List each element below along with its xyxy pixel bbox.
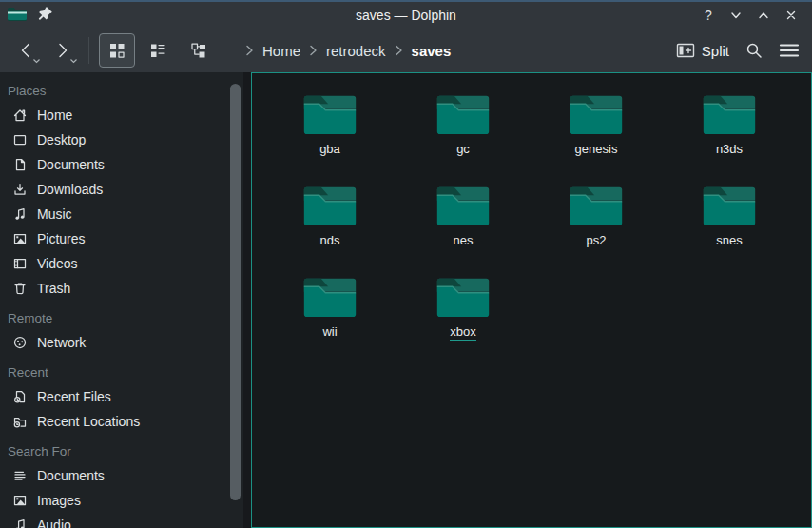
breadcrumb-item-saves[interactable]: saves [410,41,454,61]
folder-view[interactable]: gba gc [251,72,812,528]
search-button[interactable] [744,41,764,60]
sidebar-item-label: Audio [37,518,71,528]
download-icon [12,182,28,197]
folder-label: gc [456,142,470,156]
sidebar-item-label: Images [37,493,81,508]
breadcrumb-chevron-icon[interactable] [309,45,318,56]
desktop-icon [12,132,28,147]
recent-file-icon [12,389,28,404]
sidebar-item-search-images[interactable]: Images [0,488,243,513]
sidebar-item-label: Documents [37,157,105,172]
sidebar-item-label: Desktop [37,132,86,147]
folder-label: xbox [450,324,475,341]
folder-item[interactable]: ps2 [530,178,663,269]
forward-dropdown-caret [69,58,78,64]
sidebar-item-recent-locations[interactable]: Recent Locations [0,409,243,434]
sidebar-item-recent-files[interactable]: Recent Files [0,384,243,409]
section-header-remote: Remote [0,305,243,330]
folder-item[interactable]: snes [663,178,796,269]
folder-label: nes [454,233,474,247]
sidebar-item-trash[interactable]: Trash [0,276,243,301]
breadcrumb-item-retrodeck[interactable]: retrodeck [324,41,388,61]
split-button[interactable]: Split [676,43,729,59]
minimize-button[interactable] [726,6,745,25]
breadcrumb: Home retrodeck saves [245,41,453,61]
folder-label: wii [322,324,337,339]
sidebar-item-desktop[interactable]: Desktop [0,127,243,152]
folder-label: nds [320,233,340,247]
folder-item[interactable]: n3ds [663,87,796,178]
sidebar-item-music[interactable]: Music [0,202,243,226]
folder-label: gba [319,142,340,156]
sidebar-item-label: Downloads [37,182,103,197]
section-header-recent: Recent [0,360,243,384]
search-icon [744,41,764,60]
sidebar-item-label: Recent Locations [37,414,140,429]
help-button[interactable]: ? [699,6,718,25]
folder-item[interactable]: genesis [530,87,663,178]
menu-button[interactable] [779,43,800,58]
window-title: saves — Dolphin [0,8,812,23]
music-note-icon [12,206,28,222]
compact-view-button[interactable] [140,33,176,68]
document-icon [12,157,28,172]
breadcrumb-item-home[interactable]: Home [261,41,302,61]
folder-item-selected[interactable]: xbox [396,269,530,361]
forward-button[interactable] [47,34,79,67]
places-panel: Places Home Desktop Documents [0,72,243,528]
folder-item[interactable]: gba [263,87,396,178]
folder-icon [701,182,758,228]
folder-item[interactable]: gc [396,87,530,178]
breadcrumb-chevron-icon[interactable] [395,45,403,56]
sidebar-item-network[interactable]: Network [0,330,243,355]
folder-icon [435,273,492,320]
pin-icon[interactable] [37,5,54,26]
sidebar-item-home[interactable]: Home [0,103,243,127]
hamburger-icon [779,43,800,58]
folder-grid: gba gc [252,73,811,361]
sidebar-item-label: Network [37,335,86,350]
trash-icon [12,281,28,296]
image-icon [12,231,28,246]
folder-item[interactable]: wii [263,269,396,361]
text-lines-icon [12,468,28,483]
image-icon [12,493,28,508]
folder-label: n3ds [716,142,743,156]
sidebar-item-videos[interactable]: Videos [0,251,243,276]
folder-icon [701,90,758,137]
music-note-icon [12,518,28,528]
home-icon [12,108,28,123]
folder-icon [435,90,492,137]
sidebar-item-documents[interactable]: Documents [0,152,243,177]
sidebar-item-search-audio[interactable]: Audio [0,513,243,528]
icons-view-button[interactable] [99,33,135,68]
sidebar-item-label: Music [37,206,72,222]
app-folder-icon [7,5,28,26]
sidebar-item-label: Home [37,108,72,123]
folder-icon [435,182,492,228]
section-header-places: Places [0,78,243,103]
maximize-button[interactable] [754,6,773,25]
folder-label: genesis [575,142,618,156]
folder-label: snes [716,233,742,247]
network-icon [12,335,28,350]
folder-item[interactable]: nes [396,178,530,269]
split-icon [676,43,695,58]
folder-item[interactable]: nds [263,178,396,269]
back-dropdown-caret [32,58,41,64]
folder-icon [301,273,358,320]
details-tree-view-button[interactable] [181,33,217,68]
sidebar-item-downloads[interactable]: Downloads [0,177,243,202]
close-button[interactable] [782,6,801,25]
breadcrumb-chevron-icon[interactable] [245,45,254,56]
folder-icon [301,182,358,228]
sidebar-item-search-documents[interactable]: Documents [0,463,243,488]
section-header-search-for: Search For [0,439,243,463]
back-button[interactable] [10,34,42,67]
sidebar-item-label: Trash [37,281,70,296]
sidebar-scrollbar[interactable] [230,84,241,500]
sidebar-item-pictures[interactable]: Pictures [0,226,243,251]
sidebar-item-label: Videos [37,256,78,271]
sidebar-item-label: Recent Files [37,389,111,404]
toolbar: Home retrodeck saves Split [0,29,812,72]
